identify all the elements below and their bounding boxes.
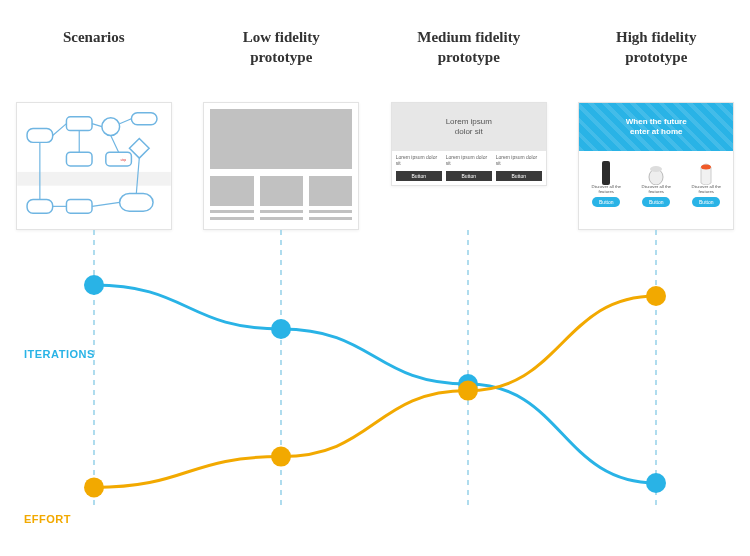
lofi-content-row xyxy=(210,176,352,220)
smart-speaker-icon xyxy=(599,157,613,185)
lofi-text-line xyxy=(309,210,352,213)
iterations-vs-effort-chart xyxy=(0,230,750,556)
medfi-card: Lorem ipsumdolor sit Lorem ipsum dolor s… xyxy=(391,102,547,186)
svg-point-33 xyxy=(646,473,666,493)
hifi-caption: Discover all the features xyxy=(583,185,629,195)
hifi-hero: When the futureenter at home xyxy=(579,103,733,151)
svg-point-36 xyxy=(458,381,478,401)
svg-rect-2 xyxy=(27,129,53,143)
legend-iterations: ITERATIONS xyxy=(24,348,95,360)
medfi-col: Lorem ipsum dolor sit Button xyxy=(396,155,442,181)
hifi-col: Discover all the features Button xyxy=(683,157,729,207)
svg-point-35 xyxy=(271,447,291,467)
svg-rect-3 xyxy=(66,117,92,131)
lofi-hero-block xyxy=(210,109,352,169)
column-headings: Scenarios Low fidelityprototype Medium f… xyxy=(0,28,750,67)
medfi-button: Button xyxy=(396,171,442,181)
svg-rect-8 xyxy=(27,199,53,213)
svg-text:stop: stop xyxy=(120,158,126,162)
hifi-button: Button xyxy=(642,197,670,207)
hifi-button: Button xyxy=(592,197,620,207)
svg-point-34 xyxy=(84,477,104,497)
col-heading-lowfi: Low fidelityprototype xyxy=(196,28,366,67)
scenarios-card: stop xyxy=(16,102,172,230)
lofi-text-line xyxy=(260,210,303,213)
smart-speaker-icon xyxy=(698,157,714,185)
medfi-hero: Lorem ipsumdolor sit xyxy=(392,103,546,151)
medfi-caption: Lorem ipsum dolor sit xyxy=(396,155,442,167)
lofi-col xyxy=(210,176,253,220)
svg-point-24 xyxy=(650,166,662,172)
col-heading-scenarios: Scenarios xyxy=(9,28,179,67)
lofi-col xyxy=(309,176,352,220)
svg-rect-5 xyxy=(131,113,157,125)
col-heading-hifi: High fidelityprototype xyxy=(571,28,741,67)
col-heading-medfi: Medium fidelityprototype xyxy=(384,28,554,67)
medfi-col: Lorem ipsum dolor sit Button xyxy=(496,155,542,181)
lofi-image-placeholder xyxy=(260,176,303,206)
lofi-text-line xyxy=(210,210,253,213)
svg-point-4 xyxy=(102,118,120,136)
medfi-button: Button xyxy=(496,171,542,181)
legend-effort: EFFORT xyxy=(24,513,71,525)
svg-point-31 xyxy=(271,319,291,339)
svg-point-25 xyxy=(701,165,711,170)
svg-rect-9 xyxy=(66,199,92,213)
svg-rect-7 xyxy=(106,152,132,166)
svg-rect-6 xyxy=(66,152,92,166)
medfi-caption: Lorem ipsum dolor sit xyxy=(496,155,542,167)
lofi-text-line xyxy=(309,217,352,220)
medfi-caption: Lorem ipsum dolor sit xyxy=(446,155,492,167)
lofi-image-placeholder xyxy=(210,176,253,206)
hifi-card: When the futureenter at home Discover al… xyxy=(578,102,734,230)
lofi-col xyxy=(260,176,303,220)
hifi-button: Button xyxy=(692,197,720,207)
medfi-content-row: Lorem ipsum dolor sit Button Lorem ipsum… xyxy=(392,151,546,185)
lofi-text-line xyxy=(210,217,253,220)
hifi-caption: Discover all the features xyxy=(683,185,729,195)
smart-speaker-icon xyxy=(648,157,664,185)
svg-rect-22 xyxy=(602,161,610,185)
medfi-col: Lorem ipsum dolor sit Button xyxy=(446,155,492,181)
hifi-caption: Discover all the features xyxy=(633,185,679,195)
prototype-cards-row: stop Lorem ipsumdolor sit xyxy=(0,102,750,230)
medfi-button: Button xyxy=(446,171,492,181)
lofi-text-line xyxy=(260,217,303,220)
svg-point-30 xyxy=(84,275,104,295)
hifi-content-row: Discover all the features Button Discove… xyxy=(579,151,733,211)
svg-point-37 xyxy=(646,286,666,306)
flowchart-icon: stop xyxy=(17,103,171,229)
lofi-image-placeholder xyxy=(309,176,352,206)
hifi-col: Discover all the features Button xyxy=(583,157,629,207)
lowfi-card xyxy=(203,102,359,230)
hifi-col: Discover all the features Button xyxy=(633,157,679,207)
svg-rect-10 xyxy=(119,194,152,212)
